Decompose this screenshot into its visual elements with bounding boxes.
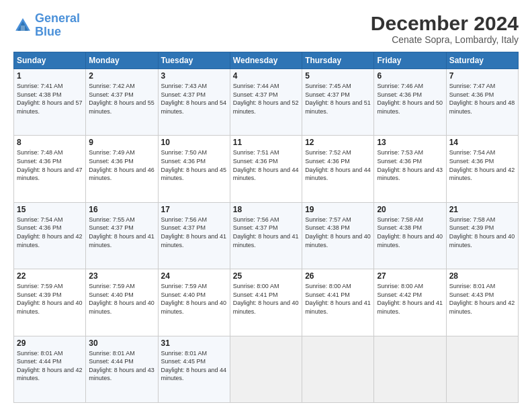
- cell-details: Sunrise: 7:48 AM Sunset: 4:36 PM Dayligh…: [17, 148, 83, 182]
- calendar-cell: 27Sunrise: 8:00 AM Sunset: 4:42 PM Dayli…: [374, 269, 446, 336]
- cell-details: Sunrise: 7:44 AM Sunset: 4:37 PM Dayligh…: [233, 82, 299, 116]
- cell-details: Sunrise: 7:46 AM Sunset: 4:36 PM Dayligh…: [377, 82, 443, 116]
- cell-details: Sunrise: 7:54 AM Sunset: 4:36 PM Dayligh…: [449, 148, 515, 182]
- calendar-cell: 30Sunrise: 8:01 AM Sunset: 4:44 PM Dayli…: [86, 336, 158, 402]
- cell-details: Sunrise: 7:58 AM Sunset: 4:39 PM Dayligh…: [449, 216, 515, 249]
- cell-details: Sunrise: 8:01 AM Sunset: 4:44 PM Dayligh…: [89, 349, 154, 383]
- day-number: 10: [161, 138, 227, 147]
- day-number: 17: [161, 205, 227, 214]
- calendar-cell: 8Sunrise: 7:48 AM Sunset: 4:36 PM Daylig…: [14, 136, 86, 202]
- calendar-table: SundayMondayTuesdayWednesdayThursdayFrid…: [13, 52, 519, 403]
- cell-details: Sunrise: 8:01 AM Sunset: 4:43 PM Dayligh…: [449, 282, 515, 316]
- day-number: 9: [89, 138, 154, 147]
- cell-details: Sunrise: 7:56 AM Sunset: 4:37 PM Dayligh…: [233, 216, 299, 249]
- day-number: 5: [305, 71, 371, 81]
- calendar-cell: 12Sunrise: 7:52 AM Sunset: 4:36 PM Dayli…: [302, 136, 374, 202]
- day-number: 26: [305, 271, 371, 281]
- day-number: 8: [17, 138, 83, 147]
- calendar-cell: 10Sunrise: 7:50 AM Sunset: 4:36 PM Dayli…: [158, 136, 230, 202]
- calendar-cell: 14Sunrise: 7:54 AM Sunset: 4:36 PM Dayli…: [446, 136, 518, 202]
- weekday-header: Wednesday: [230, 52, 302, 69]
- day-number: 2: [89, 71, 154, 81]
- calendar-cell: 9Sunrise: 7:49 AM Sunset: 4:36 PM Daylig…: [86, 136, 158, 202]
- day-number: 28: [449, 271, 515, 281]
- weekday-header: Saturday: [446, 52, 518, 69]
- calendar-cell: 18Sunrise: 7:56 AM Sunset: 4:37 PM Dayli…: [230, 202, 302, 269]
- cell-details: Sunrise: 7:58 AM Sunset: 4:38 PM Dayligh…: [377, 216, 443, 249]
- calendar-cell: 2Sunrise: 7:42 AM Sunset: 4:37 PM Daylig…: [86, 69, 158, 136]
- calendar-week-row: 1Sunrise: 7:41 AM Sunset: 4:38 PM Daylig…: [14, 69, 519, 136]
- cell-details: Sunrise: 7:51 AM Sunset: 4:36 PM Dayligh…: [233, 148, 299, 182]
- calendar-cell: 7Sunrise: 7:47 AM Sunset: 4:36 PM Daylig…: [446, 69, 518, 136]
- day-number: 1: [17, 71, 83, 81]
- logo: General Blue: [13, 12, 80, 39]
- calendar-cell: 17Sunrise: 7:56 AM Sunset: 4:37 PM Dayli…: [158, 202, 230, 269]
- calendar-cell: 20Sunrise: 7:58 AM Sunset: 4:38 PM Dayli…: [374, 202, 446, 269]
- cell-details: Sunrise: 7:52 AM Sunset: 4:36 PM Dayligh…: [305, 148, 371, 182]
- calendar-cell: 26Sunrise: 8:00 AM Sunset: 4:41 PM Dayli…: [302, 269, 374, 336]
- calendar-week-row: 15Sunrise: 7:54 AM Sunset: 4:36 PM Dayli…: [14, 202, 519, 269]
- day-number: 31: [161, 338, 227, 348]
- calendar-header-row: SundayMondayTuesdayWednesdayThursdayFrid…: [14, 52, 519, 69]
- calendar-cell: 29Sunrise: 8:01 AM Sunset: 4:44 PM Dayli…: [14, 336, 86, 402]
- day-number: 12: [305, 138, 371, 147]
- calendar-cell: [374, 336, 446, 402]
- day-number: 19: [305, 205, 371, 214]
- calendar-cell: 21Sunrise: 7:58 AM Sunset: 4:39 PM Dayli…: [446, 202, 518, 269]
- calendar-cell: 13Sunrise: 7:53 AM Sunset: 4:36 PM Dayli…: [374, 136, 446, 202]
- weekday-header: Monday: [86, 52, 158, 69]
- calendar-cell: [446, 336, 518, 402]
- calendar-cell: 31Sunrise: 8:01 AM Sunset: 4:45 PM Dayli…: [158, 336, 230, 402]
- day-number: 13: [377, 138, 443, 147]
- weekday-header: Friday: [374, 52, 446, 69]
- day-number: 21: [449, 205, 515, 214]
- calendar-cell: 3Sunrise: 7:43 AM Sunset: 4:37 PM Daylig…: [158, 69, 230, 136]
- calendar-cell: 11Sunrise: 7:51 AM Sunset: 4:36 PM Dayli…: [230, 136, 302, 202]
- calendar-cell: 28Sunrise: 8:01 AM Sunset: 4:43 PM Dayli…: [446, 269, 518, 336]
- calendar-cell: 24Sunrise: 7:59 AM Sunset: 4:40 PM Dayli…: [158, 269, 230, 336]
- day-number: 6: [377, 71, 443, 81]
- day-number: 29: [17, 338, 83, 348]
- logo-blue: Blue: [35, 26, 80, 39]
- calendar-cell: 1Sunrise: 7:41 AM Sunset: 4:38 PM Daylig…: [14, 69, 86, 136]
- day-number: 24: [161, 271, 227, 281]
- cell-details: Sunrise: 7:57 AM Sunset: 4:38 PM Dayligh…: [305, 216, 371, 249]
- main-title: December 2024: [371, 12, 519, 34]
- day-number: 23: [89, 271, 154, 281]
- weekday-header: Thursday: [302, 52, 374, 69]
- calendar-cell: 5Sunrise: 7:45 AM Sunset: 4:37 PM Daylig…: [302, 69, 374, 136]
- cell-details: Sunrise: 7:59 AM Sunset: 4:40 PM Dayligh…: [89, 282, 154, 316]
- day-number: 3: [161, 71, 227, 81]
- cell-details: Sunrise: 7:56 AM Sunset: 4:37 PM Dayligh…: [161, 216, 227, 249]
- cell-details: Sunrise: 8:00 AM Sunset: 4:41 PM Dayligh…: [233, 282, 299, 316]
- day-number: 18: [233, 205, 299, 214]
- logo-general: General: [35, 11, 80, 25]
- cell-details: Sunrise: 7:42 AM Sunset: 4:37 PM Dayligh…: [89, 82, 154, 116]
- day-number: 7: [449, 71, 515, 81]
- calendar-cell: 15Sunrise: 7:54 AM Sunset: 4:36 PM Dayli…: [14, 202, 86, 269]
- calendar-cell: 16Sunrise: 7:55 AM Sunset: 4:37 PM Dayli…: [86, 202, 158, 269]
- cell-details: Sunrise: 7:41 AM Sunset: 4:38 PM Dayligh…: [17, 82, 83, 116]
- calendar-cell: [302, 336, 374, 402]
- day-number: 22: [17, 271, 83, 281]
- logo-text: General Blue: [35, 12, 80, 39]
- cell-details: Sunrise: 7:47 AM Sunset: 4:36 PM Dayligh…: [449, 82, 515, 116]
- calendar-cell: 19Sunrise: 7:57 AM Sunset: 4:38 PM Dayli…: [302, 202, 374, 269]
- day-number: 20: [377, 205, 443, 214]
- cell-details: Sunrise: 7:55 AM Sunset: 4:37 PM Dayligh…: [89, 216, 154, 249]
- calendar-cell: 25Sunrise: 8:00 AM Sunset: 4:41 PM Dayli…: [230, 269, 302, 336]
- day-number: 27: [377, 271, 443, 281]
- cell-details: Sunrise: 8:01 AM Sunset: 4:45 PM Dayligh…: [161, 349, 227, 383]
- day-number: 15: [17, 205, 83, 214]
- weekday-header: Sunday: [14, 52, 86, 69]
- cell-details: Sunrise: 7:59 AM Sunset: 4:39 PM Dayligh…: [17, 282, 83, 316]
- subtitle: Cenate Sopra, Lombardy, Italy: [371, 34, 519, 45]
- logo-icon: [13, 16, 32, 35]
- cell-details: Sunrise: 7:54 AM Sunset: 4:36 PM Dayligh…: [17, 216, 83, 249]
- calendar-week-row: 8Sunrise: 7:48 AM Sunset: 4:36 PM Daylig…: [14, 136, 519, 202]
- page: General Blue December 2024 Cenate Sopra,…: [0, 0, 532, 411]
- cell-details: Sunrise: 7:53 AM Sunset: 4:36 PM Dayligh…: [377, 148, 443, 182]
- calendar-cell: 6Sunrise: 7:46 AM Sunset: 4:36 PM Daylig…: [374, 69, 446, 136]
- title-block: December 2024 Cenate Sopra, Lombardy, It…: [371, 12, 519, 45]
- cell-details: Sunrise: 7:43 AM Sunset: 4:37 PM Dayligh…: [161, 82, 227, 116]
